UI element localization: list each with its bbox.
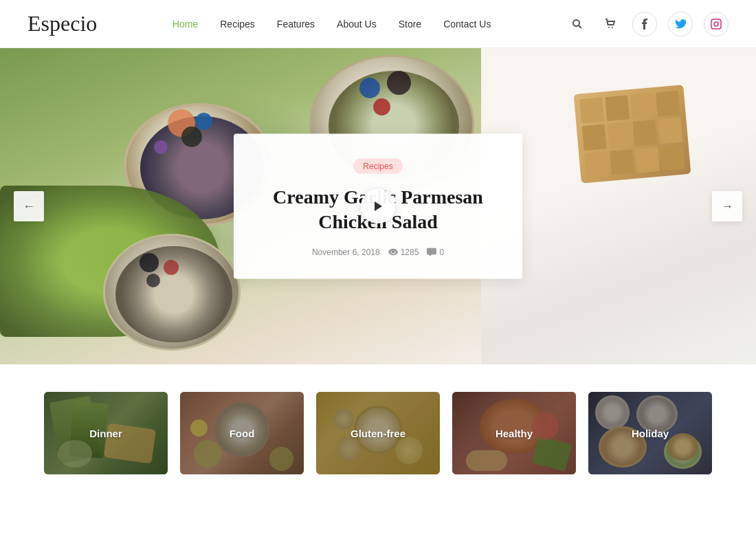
waffle	[574, 85, 691, 183]
category-dinner[interactable]: Dinner	[44, 392, 168, 474]
svg-point-2	[608, 27, 610, 28]
svg-point-5	[714, 22, 718, 26]
recipe-tag[interactable]: Recipes	[353, 159, 402, 174]
category-gluten-label: Gluten-free	[351, 428, 405, 439]
svg-rect-4	[711, 19, 721, 29]
hero-views: 1285	[388, 247, 419, 256]
main-nav: Home Recipes Features About Us Store Con…	[173, 19, 491, 30]
nav-contact[interactable]: Contact Us	[443, 19, 491, 30]
bowl-3	[103, 234, 241, 351]
hero-date: November 6, 2018	[312, 247, 380, 256]
hero-comments: 0	[427, 247, 444, 256]
category-healthy-overlay: Healthy	[452, 392, 576, 474]
logo[interactable]: Especio	[27, 11, 97, 36]
twitter-icon[interactable]	[668, 12, 693, 36]
category-food[interactable]: Food	[180, 392, 304, 474]
category-holiday[interactable]: Holiday	[588, 392, 712, 474]
category-gluten[interactable]: Gluten-free	[316, 392, 440, 474]
search-icon[interactable]	[566, 13, 588, 35]
category-food-label: Food	[230, 428, 255, 439]
instagram-icon[interactable]	[704, 12, 729, 36]
category-healthy[interactable]: Healthy	[452, 392, 576, 474]
views-icon	[388, 248, 398, 255]
category-dinner-label: Dinner	[89, 428, 122, 439]
cart-icon[interactable]	[599, 13, 621, 35]
nav-features[interactable]: Features	[277, 19, 315, 30]
nav-store[interactable]: Store	[399, 19, 421, 30]
comment-icon	[427, 248, 436, 256]
facebook-icon[interactable]	[632, 12, 657, 36]
svg-line-1	[579, 25, 581, 28]
svg-point-6	[718, 21, 720, 22]
category-food-overlay: Food	[180, 392, 304, 474]
header: Especio Home Recipes Features About Us S…	[0, 0, 756, 48]
hero-section: ← → Recipes Creamy Garlic Parmesan Chick…	[0, 48, 756, 364]
play-button[interactable]	[361, 189, 395, 223]
category-dinner-overlay: Dinner	[44, 392, 168, 474]
nav-home[interactable]: Home	[173, 19, 198, 30]
nav-recipes[interactable]: Recipes	[220, 19, 255, 30]
hero-meta: November 6, 2018 1285 0	[261, 247, 495, 256]
header-actions	[566, 12, 729, 36]
hero-next-button[interactable]: →	[712, 191, 742, 221]
categories-section: Dinner Food Gluten-free	[0, 364, 756, 502]
category-holiday-label: Holiday	[632, 428, 669, 439]
hero-prev-button[interactable]: ←	[14, 191, 44, 221]
svg-point-3	[612, 27, 613, 28]
category-healthy-label: Healthy	[496, 428, 533, 439]
category-gluten-overlay: Gluten-free	[316, 392, 440, 474]
svg-point-0	[573, 20, 579, 26]
svg-marker-7	[375, 201, 382, 211]
category-holiday-overlay: Holiday	[588, 392, 712, 474]
nav-about[interactable]: About Us	[337, 19, 377, 30]
